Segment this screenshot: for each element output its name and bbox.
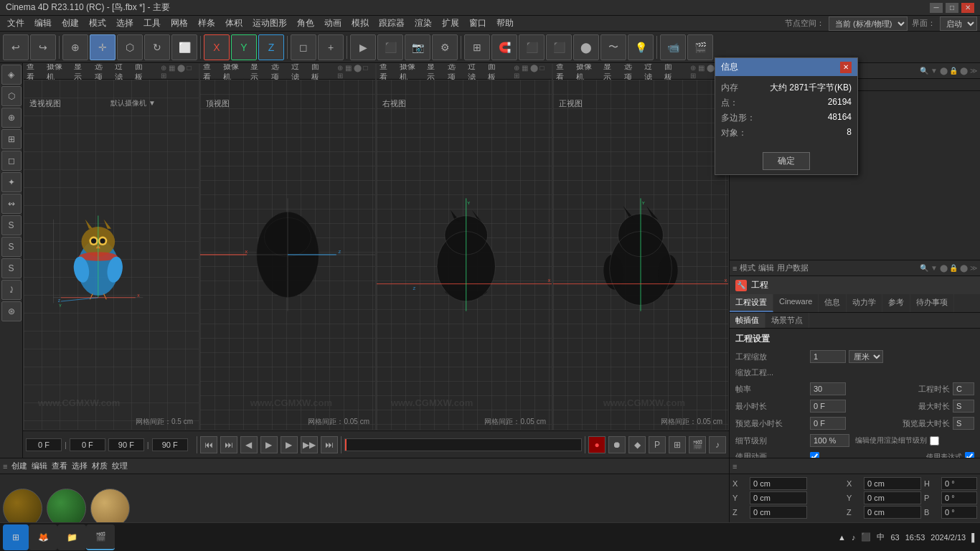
menu-simulate[interactable]: 模拟: [347, 16, 373, 31]
viewport-perspective[interactable]: 查看 摄像机 显示 选项 过滤 面板 ⊕ ▦ ⬤ □ ⊞: [23, 63, 199, 430]
render-settings[interactable]: ⚙: [432, 34, 458, 60]
props-edit[interactable]: 编辑: [758, 263, 774, 273]
tray-battery[interactable]: 63: [890, 533, 899, 542]
cube-btn[interactable]: ⬛: [519, 34, 545, 60]
info-dialog-close-button[interactable]: ✕: [840, 62, 852, 73]
left-tool-6[interactable]: ✦: [1, 172, 22, 192]
menu-mode[interactable]: 模式: [85, 16, 110, 31]
add-object-button[interactable]: +: [318, 34, 344, 60]
left-tool-9[interactable]: S: [1, 237, 22, 257]
object-button[interactable]: ◻: [291, 34, 316, 60]
props-menu-icon[interactable]: ≡: [732, 264, 737, 273]
record-button[interactable]: ●: [588, 436, 606, 453]
tab-reference[interactable]: 参考: [882, 294, 910, 312]
transport-play[interactable]: ▶: [260, 436, 278, 453]
coords-icon[interactable]: ≡: [732, 462, 737, 471]
mat-edit[interactable]: 编辑: [32, 461, 47, 471]
props-user-data[interactable]: 用户数据: [777, 263, 809, 273]
transport-begin[interactable]: ⏮: [200, 436, 217, 453]
node-space-select[interactable]: 当前 (标准/物理): [829, 17, 908, 31]
tray-arrow[interactable]: ▲: [838, 533, 846, 542]
rotate-button[interactable]: ↻: [144, 34, 170, 60]
menu-window[interactable]: 窗口: [465, 16, 491, 31]
sphere-btn[interactable]: ⬤: [573, 34, 599, 60]
info-ok-button[interactable]: 确定: [763, 152, 810, 170]
transport-prev-key[interactable]: ⏭: [220, 436, 237, 453]
left-tool-10[interactable]: S: [1, 258, 22, 278]
deform-btn[interactable]: 〜: [600, 34, 626, 60]
subtab-scene-nodes[interactable]: 场景节点: [765, 313, 809, 328]
prop-duration-input[interactable]: [953, 382, 974, 395]
motion-clip-button[interactable]: P: [649, 436, 666, 453]
auto-key-button[interactable]: ⏺: [608, 436, 626, 453]
coord-p-input[interactable]: [941, 491, 977, 504]
frame-start-input[interactable]: 0 F: [70, 438, 105, 451]
prop-max-time-input[interactable]: [953, 400, 974, 413]
move-button[interactable]: ✛: [90, 34, 116, 60]
left-tool-11[interactable]: ⤸: [1, 280, 22, 300]
sound-btn[interactable]: ♪: [709, 436, 726, 453]
tab-dynamics[interactable]: 动力学: [847, 294, 882, 312]
frame-end-input[interactable]: 90 F: [108, 438, 144, 451]
start-button[interactable]: ⊞: [3, 524, 29, 550]
transform-button[interactable]: ⬜: [171, 34, 197, 60]
menu-file[interactable]: 文件: [3, 16, 29, 31]
prop-scale-input[interactable]: [810, 350, 846, 363]
transport-prev[interactable]: ◀: [240, 436, 258, 453]
tab-project-settings[interactable]: 工程设置: [730, 294, 773, 312]
prop-preview-max-input[interactable]: [953, 417, 974, 430]
transport-end[interactable]: ⏭: [321, 436, 338, 453]
redo-button[interactable]: ↪: [30, 34, 56, 60]
light-btn[interactable]: 💡: [628, 34, 654, 60]
menu-tracker[interactable]: 跟踪器: [374, 16, 409, 31]
left-tool-3[interactable]: ⊕: [1, 108, 22, 128]
menu-render[interactable]: 渲染: [410, 16, 436, 31]
menu-edit[interactable]: 编辑: [30, 16, 56, 31]
left-tool-2[interactable]: ⬡: [1, 86, 22, 106]
camera-btn[interactable]: 📹: [660, 34, 686, 60]
tab-cineware[interactable]: Cineware: [773, 294, 819, 312]
scale-button[interactable]: ⬡: [117, 34, 143, 60]
live-select-button[interactable]: ⊕: [62, 34, 88, 60]
grid-btn[interactable]: ⊞: [464, 34, 490, 60]
taskbar-explorer[interactable]: 📁: [57, 524, 86, 550]
menu-character[interactable]: 角色: [293, 16, 319, 31]
transport-next-key[interactable]: ▶▶: [301, 436, 318, 453]
props-tools[interactable]: 🔍 ▼ ⬤ 🔒 ⬤ ≫: [920, 264, 977, 272]
tray-network[interactable]: ⬛: [861, 532, 871, 542]
window-controls[interactable]: ─ □ ✕: [930, 3, 974, 13]
render-view-btn[interactable]: 🎬: [687, 34, 713, 60]
left-tool-8[interactable]: S: [1, 215, 22, 235]
axis-x-button[interactable]: X: [204, 34, 230, 60]
left-tool-4[interactable]: ⊞: [1, 129, 22, 149]
tray-sound[interactable]: ♪: [852, 533, 856, 542]
current-frame-display[interactable]: 0 F: [26, 438, 62, 451]
coord-z2-input[interactable]: [864, 506, 921, 519]
coord-y-input[interactable]: [750, 491, 807, 504]
prop-framerate-input[interactable]: [810, 382, 846, 395]
tab-info[interactable]: 信息: [819, 294, 847, 312]
close-button[interactable]: ✕: [961, 3, 974, 13]
menu-select[interactable]: 选择: [112, 16, 138, 31]
menu-extend[interactable]: 扩展: [438, 16, 463, 31]
coord-z-input[interactable]: [750, 506, 807, 519]
mat-texture[interactable]: 纹理: [112, 461, 128, 471]
maximize-button[interactable]: □: [946, 3, 958, 13]
menu-tools[interactable]: 工具: [139, 16, 165, 31]
tray-ime[interactable]: 中: [877, 532, 885, 542]
viewport-right[interactable]: 查看 摄像机 显示 选项 过滤 面板 ⊕ ▦ ⬤ □ ⊞: [376, 63, 552, 430]
taskbar-browser[interactable]: 🦊: [29, 524, 57, 550]
mat-menu-icon[interactable]: ≡: [3, 462, 7, 471]
coord-b-input[interactable]: [941, 506, 977, 519]
coord-x-input[interactable]: [750, 477, 807, 490]
mat-view[interactable]: 查看: [52, 461, 67, 471]
axis-y-button[interactable]: Y: [231, 34, 257, 60]
left-tool-1[interactable]: ◈: [1, 65, 22, 85]
undo-button[interactable]: ↩: [3, 34, 29, 60]
mat-select[interactable]: 选择: [72, 461, 88, 471]
prop-scale-unit[interactable]: 厘米: [849, 350, 883, 363]
snap-btn[interactable]: 🧲: [491, 34, 517, 60]
menu-mograph[interactable]: 运动图形: [248, 16, 291, 31]
coord-x2-input[interactable]: [864, 477, 921, 490]
preview-end-input[interactable]: 90 F: [152, 438, 188, 451]
